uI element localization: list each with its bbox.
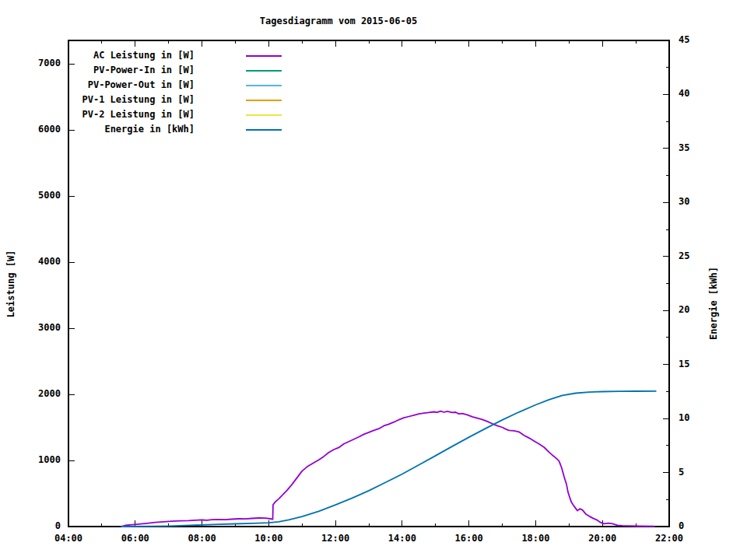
y2-tick-label: 0 [679,520,713,531]
legend-line-sample [246,85,282,86]
legend-label: PV-Power-Out in [W] [70,79,195,90]
y1-tick-label: 0 [0,520,61,531]
x-tick-label: 10:00 [249,533,288,544]
x-tick-label: 08:00 [183,533,222,544]
y2-tick-label: 20 [679,304,713,315]
series-line-energie-in-kwh [122,391,656,527]
tagesdiagramm-chart: Tagesdiagramm vom 2015-06-05 Leistung [W… [0,0,747,560]
legend-line-sample [246,55,282,57]
x-tick-label: 12:00 [316,533,355,544]
legend-line-sample [246,100,282,101]
legend-line-sample [246,129,282,131]
y2-tick-label: 10 [679,412,713,423]
y2-tick-label: 35 [679,142,713,153]
legend-label: AC Leistung in [W] [70,50,195,61]
legend-line-sample [246,114,282,116]
y1-tick-label: 7000 [0,58,61,68]
x-tick-label: 16:00 [450,533,489,544]
y1-tick-label: 3000 [0,322,61,333]
legend-label: PV-2 Leistung in [W] [70,109,195,120]
y1-tick-label: 1000 [0,454,61,465]
series-line-ac-leistung-in-w [121,411,654,527]
y1-tick-label: 4000 [0,256,61,267]
y2-tick-label: 5 [679,467,713,478]
y2-tick-label: 45 [679,34,713,45]
y2-tick-label: 25 [679,250,713,261]
x-tick-label: 06:00 [116,533,155,544]
y1-tick-label: 2000 [0,388,61,399]
y2-tick-label: 30 [679,196,713,207]
legend-label: PV-1 Leistung in [W] [70,94,195,105]
x-tick-label: 20:00 [583,533,622,544]
x-tick-label: 04:00 [49,533,88,544]
x-tick-label: 14:00 [383,533,422,544]
y2-tick-label: 15 [679,359,713,369]
legend-label: PV-Power-In in [W] [70,65,195,75]
legend-label: Energie in [kWh] [70,124,195,135]
y2-tick-label: 40 [679,88,713,99]
y1-tick-label: 6000 [0,124,61,135]
x-tick-label: 18:00 [516,533,555,544]
x-tick-label: 22:00 [650,533,689,544]
y1-tick-label: 5000 [0,190,61,201]
legend-line-sample [246,70,282,72]
